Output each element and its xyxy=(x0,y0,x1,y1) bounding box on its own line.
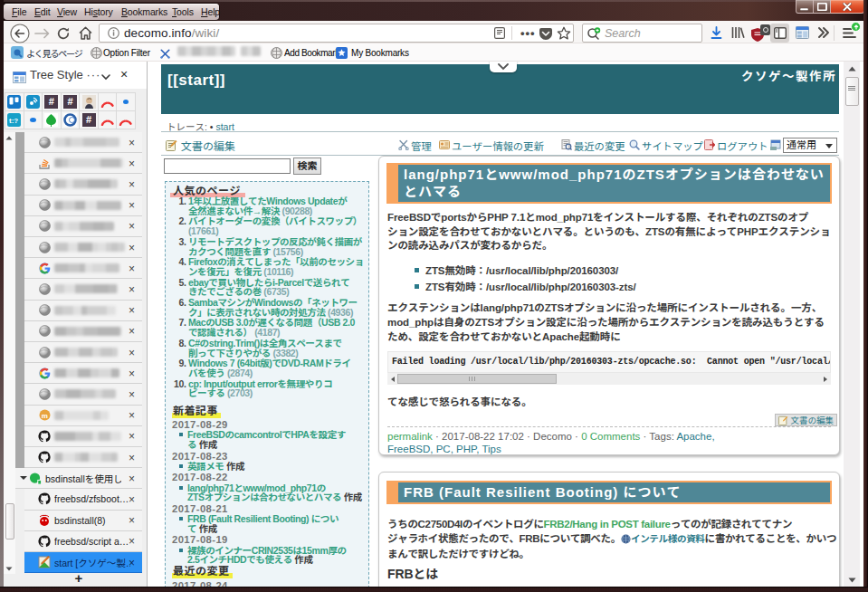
svg-text:m: m xyxy=(41,412,47,420)
svg-text:t:?: t:? xyxy=(9,117,18,125)
